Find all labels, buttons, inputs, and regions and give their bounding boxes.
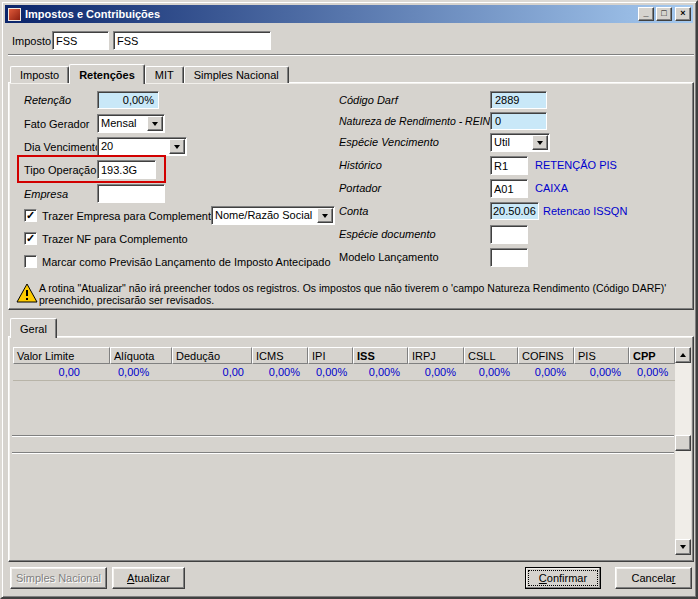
grid-header-valor-limite: Valor Limite: [13, 347, 110, 364]
grid-vertical-scrollbar[interactable]: [675, 347, 691, 555]
portador-input[interactable]: [490, 179, 528, 198]
natureza-rendimento-field: 0: [490, 112, 547, 130]
fato-gerador-dropdown-button[interactable]: [147, 116, 163, 131]
grid-cell-cofins[interactable]: 0,00%: [518, 364, 574, 380]
dia-vencimento-label: Dia Vencimento: [24, 141, 101, 153]
modelo-lancamento-input[interactable]: [490, 248, 528, 267]
minimize-icon: _: [643, 8, 648, 18]
retencao-field: 0,00%: [97, 91, 159, 109]
chevron-down-icon: [322, 214, 328, 218]
codigo-darf-field: 2889: [490, 91, 547, 109]
close-button[interactable]: ×: [675, 7, 691, 21]
check-icon: ✓: [25, 210, 36, 220]
complemento-value: Nome/Razão Social: [212, 207, 317, 224]
portador-label: Portador: [339, 182, 381, 194]
maximize-icon: □: [661, 8, 666, 18]
tab-retencoes[interactable]: Retenções: [69, 64, 145, 84]
retencao-label: Retenção: [24, 94, 71, 106]
grid-cell-cpp[interactable]: 0,00%: [629, 364, 675, 380]
grid-cell-irpj[interactable]: 0,00%: [408, 364, 464, 380]
grid-header-aliquota: Alíquota: [110, 347, 172, 364]
especie-vencimento-label: Espécie Vencimento: [339, 136, 439, 148]
scroll-down-icon: [680, 545, 686, 549]
grid-header-irpj: IRPJ: [408, 347, 464, 364]
grid-header-csll: CSLL: [464, 347, 518, 364]
grid-header-cofins: COFINS: [518, 347, 574, 364]
grid-cell-icms[interactable]: 0,00%: [252, 364, 308, 380]
tipo-operacao-label: Tipo Operação: [24, 164, 96, 176]
grid-cell-deducao[interactable]: 0,00: [172, 364, 252, 380]
grid-header-iss: ISS: [353, 347, 408, 364]
warning-text-line2: preenchido, precisarão ser revisados.: [39, 295, 214, 306]
tipo-operacao-input[interactable]: [97, 160, 156, 179]
trazer-empresa-checkbox[interactable]: ✓: [24, 209, 37, 222]
portador-description: CAIXA: [535, 182, 568, 194]
complemento-dropdown-button[interactable]: [317, 208, 333, 223]
grid-cell-iss[interactable]: 0,00%: [353, 364, 408, 380]
scroll-up-button[interactable]: [675, 347, 691, 363]
dia-vencimento-dropdown-button[interactable]: [169, 139, 185, 154]
check-icon: ✓: [25, 233, 36, 243]
dia-vencimento-select[interactable]: 20: [97, 137, 187, 156]
imposto-label: Imposto: [12, 35, 51, 47]
header-separator: [8, 54, 694, 56]
trazer-nf-label[interactable]: Trazer NF para Complemento: [42, 233, 188, 245]
imposto-name-input[interactable]: [113, 31, 271, 50]
impostos-dialog: Impostos e Contribuições _ □ × Imposto I…: [0, 0, 698, 599]
scroll-up-icon: [680, 353, 686, 357]
grid-section-divider-top: [12, 435, 674, 437]
minimize-button[interactable]: _: [638, 7, 654, 21]
atualizar-button[interactable]: Atualizar: [112, 567, 185, 589]
fato-gerador-select[interactable]: Mensal: [97, 114, 165, 133]
trazer-empresa-label[interactable]: Trazer Empresa para Complemento: [42, 210, 217, 222]
marcar-previsao-label[interactable]: Marcar como Previsão Lançamento de Impos…: [42, 256, 331, 268]
dialog-titlebar: Impostos e Contribuições _ □ ×: [5, 5, 693, 23]
atualizar-label-post: tualizar: [134, 572, 169, 584]
tab-mit[interactable]: MIT: [145, 66, 184, 83]
cancelar-label-accel: r: [672, 572, 676, 584]
scroll-thumb[interactable]: [675, 435, 691, 451]
grid-cell-valor-limite[interactable]: 0,00: [13, 364, 110, 380]
grid-header-pis: PIS: [574, 347, 629, 364]
especie-vencimento-dropdown-button[interactable]: [532, 135, 548, 150]
app-icon: [8, 8, 21, 21]
grid-header-deducao: Dedução: [172, 347, 252, 364]
grid-cell-pis[interactable]: 0,00%: [574, 364, 629, 380]
cancelar-button[interactable]: Cancelar: [615, 567, 692, 589]
confirmar-label-post: onfirmar: [547, 572, 587, 584]
scroll-down-button[interactable]: [675, 539, 691, 555]
grid-cell-aliquota[interactable]: 0,00%: [110, 364, 172, 380]
conta-description: Retencao ISSQN: [543, 205, 627, 217]
simples-nacional-button-label: Simples Nacional: [16, 572, 101, 584]
fato-gerador-value: Mensal: [98, 115, 147, 132]
dia-vencimento-value: 20: [98, 138, 169, 155]
modelo-lancamento-label: Modelo Lançamento: [339, 251, 439, 263]
chevron-down-icon: [537, 141, 543, 145]
grid-cell-ipi[interactable]: 0,00%: [308, 364, 353, 380]
tab-imposto[interactable]: Imposto: [10, 66, 69, 83]
tab-geral[interactable]: Geral: [10, 318, 57, 338]
historico-input[interactable]: [490, 156, 528, 175]
complemento-select[interactable]: Nome/Razão Social: [211, 206, 335, 225]
especie-vencimento-select[interactable]: Util: [490, 133, 550, 152]
marcar-previsao-checkbox[interactable]: [24, 255, 37, 268]
grid-section-divider-bottom: [12, 452, 674, 454]
maximize-button[interactable]: □: [656, 7, 672, 21]
imposto-code-input[interactable]: [52, 31, 109, 50]
grid-row-divider: [13, 380, 675, 381]
conta-field: 20.50.06: [490, 202, 539, 220]
confirmar-button[interactable]: Confirmar: [525, 567, 601, 589]
trazer-nf-checkbox[interactable]: ✓: [24, 232, 37, 245]
especie-documento-label: Espécie documento: [339, 228, 436, 240]
main-tabs: Imposto Retenções MIT Simples Nacional: [10, 63, 289, 83]
empresa-label: Empresa: [24, 188, 68, 200]
natureza-rendimento-label: Natureza de Rendimento - REINF: [339, 115, 497, 127]
empresa-input[interactable]: [97, 184, 165, 203]
tab-simples-nacional[interactable]: Simples Nacional: [184, 66, 289, 83]
especie-documento-input[interactable]: [490, 225, 528, 244]
grid-header-ipi: IPI: [308, 347, 353, 364]
grid-cell-csll[interactable]: 0,00%: [464, 364, 518, 380]
chevron-down-icon: [152, 122, 158, 126]
grid-header-cpp: CPP: [629, 347, 675, 364]
geral-tabs: Geral: [10, 317, 57, 337]
